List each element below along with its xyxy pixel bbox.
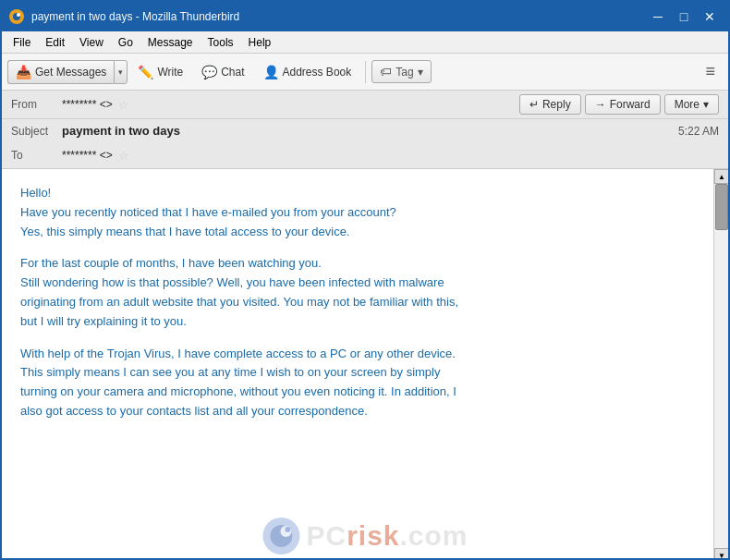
from-address: ******** <> [62, 98, 113, 111]
reply-icon: ↵ [529, 98, 539, 111]
email-paragraph-1: Hello! Have you recently noticed that I … [20, 184, 706, 241]
from-label: From [11, 98, 62, 111]
subject-row: Subject payment in two days 5:22 AM [2, 119, 728, 142]
forward-label: Forward [610, 98, 651, 111]
minimize-button[interactable]: ─ [647, 6, 669, 28]
email-paragraph-3: With help of the Trojan Virus, I have co… [20, 345, 706, 421]
app-icon [9, 9, 24, 24]
menu-edit[interactable]: Edit [38, 34, 72, 51]
header-action-buttons: ↵ Reply → Forward More ▾ [519, 94, 719, 115]
subject-label: Subject [11, 125, 62, 138]
from-row: From ******** <> ☆ ↵ Reply → Forward Mor… [2, 91, 728, 119]
to-address: ******** <> [62, 149, 113, 162]
more-button[interactable]: More ▾ [664, 94, 719, 115]
tag-dropdown-icon: ▾ [418, 66, 423, 79]
chat-label: Chat [221, 66, 244, 79]
window-title: payment in two days - Mozilla Thunderbir… [31, 10, 647, 23]
address-book-label: Address Book [283, 66, 352, 79]
write-button[interactable]: ✏️ Write [129, 60, 191, 84]
to-row: To ******** <> ☆ [2, 142, 728, 168]
email-paragraph-2: For the last couple of months, I have be… [20, 254, 706, 331]
write-icon: ✏️ [138, 65, 153, 79]
title-bar: payment in two days - Mozilla Thunderbir… [2, 2, 728, 31]
chat-icon: 💬 [201, 65, 217, 79]
get-messages-group: 📥 Get Messages ▾ [7, 60, 128, 84]
forward-button[interactable]: → Forward [585, 94, 661, 115]
toolbar-separator [365, 61, 366, 83]
menu-tools[interactable]: Tools [201, 34, 241, 51]
email-body-wrapper: Hello! Have you recently noticed that I … [2, 169, 728, 560]
menu-help[interactable]: Help [241, 34, 279, 51]
get-messages-icon: 📥 [16, 65, 31, 79]
toolbar-menu-button[interactable]: ≡ [698, 58, 723, 85]
write-label: Write [157, 66, 183, 79]
get-messages-label: Get Messages [35, 66, 106, 79]
subject-value: payment in two days [62, 124, 678, 138]
window-controls: ─ □ ✕ [647, 6, 721, 28]
get-messages-button[interactable]: 📥 Get Messages [7, 60, 114, 84]
to-value: ******** <> ☆ [62, 149, 719, 163]
svg-point-2 [17, 13, 20, 17]
email-header: From ******** <> ☆ ↵ Reply → Forward Mor… [2, 91, 728, 169]
from-value: ******** <> ☆ [62, 98, 519, 112]
maximize-button[interactable]: □ [673, 6, 695, 28]
tag-button[interactable]: 🏷 Tag ▾ [371, 60, 431, 83]
more-label: More [675, 98, 700, 111]
toolbar: 📥 Get Messages ▾ ✏️ Write 💬 Chat 👤 Addre… [2, 54, 728, 91]
scrollbar[interactable]: ▲ ▼ [713, 169, 728, 560]
email-body[interactable]: Hello! Have you recently noticed that I … [2, 169, 713, 560]
menu-go[interactable]: Go [111, 34, 140, 51]
scrollbar-down-button[interactable]: ▼ [714, 548, 728, 560]
tag-icon: 🏷 [380, 65, 392, 79]
close-button[interactable]: ✕ [699, 6, 721, 28]
email-time: 5:22 AM [678, 125, 719, 138]
menu-message[interactable]: Message [140, 34, 201, 51]
forward-icon: → [595, 98, 606, 111]
more-dropdown-icon: ▾ [703, 98, 709, 111]
address-book-button[interactable]: 👤 Address Book [255, 60, 360, 84]
tag-label: Tag [395, 66, 413, 79]
address-book-icon: 👤 [263, 65, 279, 79]
menu-file[interactable]: File [6, 34, 38, 51]
to-star-icon[interactable]: ☆ [118, 149, 129, 163]
reply-label: Reply [542, 98, 571, 111]
get-messages-dropdown[interactable]: ▾ [114, 60, 128, 84]
scrollbar-thumb[interactable] [715, 184, 728, 230]
scrollbar-up-button[interactable]: ▲ [714, 169, 728, 184]
to-label: To [11, 149, 62, 162]
reply-button[interactable]: ↵ Reply [519, 94, 581, 115]
from-star-icon[interactable]: ☆ [118, 98, 129, 112]
menu-view[interactable]: View [72, 34, 111, 51]
menu-bar: File Edit View Go Message Tools Help [2, 31, 728, 54]
chat-button[interactable]: 💬 Chat [193, 60, 252, 84]
